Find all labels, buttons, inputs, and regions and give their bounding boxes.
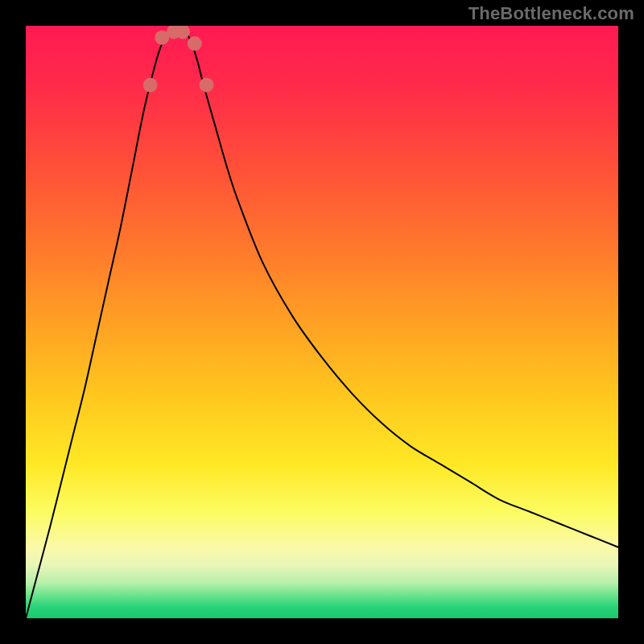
plot-area <box>26 26 618 618</box>
bottleneck-curve-path <box>26 26 618 618</box>
curve-svg <box>26 26 618 618</box>
chart-frame: TheBottleneck.com <box>0 0 644 644</box>
data-marker <box>200 78 214 93</box>
data-marker <box>143 78 158 93</box>
marker-group <box>143 26 214 93</box>
data-marker <box>188 36 202 51</box>
watermark-text: TheBottleneck.com <box>469 3 634 24</box>
